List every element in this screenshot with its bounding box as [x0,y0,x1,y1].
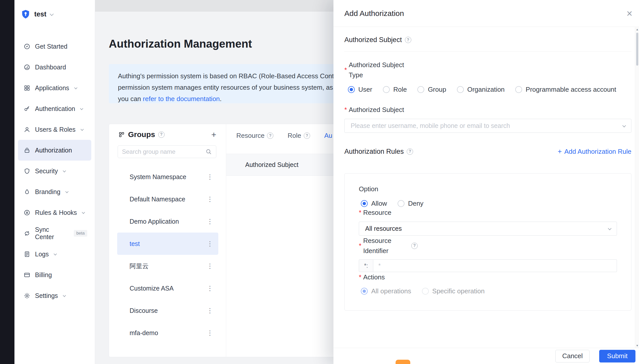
submit-button[interactable]: Submit [599,350,635,362]
chevron-down-icon [80,107,83,110]
group-row-default-namespace[interactable]: Default Namespace ⋮ [117,188,218,210]
chat-launcher-widget[interactable] [396,360,410,364]
sidebar-item-label: Sync Center [35,226,67,241]
radio-all-operations[interactable]: All operations [361,287,411,295]
actions-radio-group: All operations Specific operation [359,287,617,295]
sidebar-item-logs[interactable]: Logs [18,244,91,264]
scroll-down-arrow-icon[interactable]: ▼ [635,343,639,348]
group-row-system-namespace[interactable]: System Namespace ⋮ [117,166,218,188]
help-icon[interactable]: ? [411,243,418,249]
more-actions-icon[interactable]: ⋮ [207,240,213,248]
required-mark: * [344,65,347,75]
add-authorization-rule-button[interactable]: + Add Authorization Rule [558,147,631,156]
radio-programmable-access-account[interactable]: Programmable access account [515,86,616,93]
document-lines-icon [24,251,30,258]
groups-header: Groups ? + [118,130,216,139]
sidebar-item-label: Logs [35,251,49,258]
help-icon[interactable]: ? [158,131,165,138]
radio-deny[interactable]: Deny [398,200,423,207]
more-actions-icon[interactable]: ⋮ [207,218,213,225]
authorized-subject-select[interactable]: Please enter username, mobile phone or e… [344,119,631,133]
scrollbar-thumb[interactable] [636,33,638,66]
tab-resource[interactable]: Resource ? [236,132,273,140]
radio-icon [361,200,368,207]
group-list: System Namespace ⋮ Default Namespace ⋮ D… [109,166,226,344]
identifier-input[interactable] [373,259,617,272]
sidebar-item-authorization[interactable]: Authorization [18,140,91,161]
group-row-mfa-demo[interactable]: mfa-demo ⋮ [117,322,218,344]
page-title: Authorization Management [109,37,252,50]
help-icon[interactable]: ? [407,148,413,155]
documentation-link[interactable]: refer to the documentation [143,95,220,103]
sidebar-item-dashboard[interactable]: Dashboard [18,57,91,78]
sidebar-item-authentication[interactable]: Authentication [18,98,91,119]
close-icon[interactable]: × [627,8,632,18]
radio-allow[interactable]: Allow [361,200,387,207]
sidebar-item-rules-hooks[interactable]: Rules & Hooks [18,202,91,223]
drawer-body: Authorized Subject ? * Authorized Subjec… [333,27,639,348]
group-row-customize-asa[interactable]: Customize ASA ⋮ [117,277,218,299]
scroll-up-arrow-icon[interactable]: ▲ [635,27,639,32]
sidebar-item-label: Get Started [35,43,67,50]
help-icon[interactable]: ? [405,37,411,43]
more-actions-icon[interactable]: ⋮ [207,262,213,270]
required-mark: * [359,272,361,282]
radio-icon [348,86,355,93]
sidebar-item-applications[interactable]: Applications [18,78,91,98]
sidebar-item-users-roles[interactable]: Users & Roles [18,119,91,140]
drawer-scrollbar[interactable]: ▲ ▼ [635,27,639,348]
more-actions-icon[interactable]: ⋮ [207,195,213,203]
workspace-switcher[interactable]: test [21,5,95,23]
sidebar-item-security[interactable]: Security [18,161,91,181]
radio-icon [422,288,429,295]
required-mark: * [359,241,361,251]
chevron-down-icon [80,127,84,131]
radio-specific-operation[interactable]: Specific operation [422,287,485,295]
sidebar-item-label: Applications [35,84,69,92]
sidebar-item-get-started[interactable]: Get Started [18,36,91,57]
radio-organization[interactable]: Organization [457,86,505,93]
more-actions-icon[interactable]: ⋮ [207,307,213,315]
required-mark: * [344,105,347,115]
group-search-input[interactable] [122,148,205,155]
chevron-down-icon [65,190,69,193]
add-group-button[interactable]: + [211,130,216,139]
search-icon[interactable] [205,148,212,155]
authorized-subject-label: * Authorized Subject [344,105,631,115]
resource-label: * Resource [359,207,617,218]
more-actions-icon[interactable]: ⋮ [207,284,213,292]
add-authorization-drawer: Add Authorization × Authorized Subject ?… [333,0,639,364]
sidebar-item-label: Security [35,167,58,175]
resource-select[interactable]: All resources [359,222,617,236]
help-icon[interactable]: ? [304,132,310,139]
subject-type-radio-group: User Role Group Organization Programmabl… [344,86,631,93]
more-actions-icon[interactable]: ⋮ [207,173,213,181]
sidebar-item-billing[interactable]: Billing [18,264,91,285]
more-actions-icon[interactable]: ⋮ [207,329,213,337]
group-row-demo-application[interactable]: Demo Application ⋮ [117,210,218,233]
radio-icon [515,86,522,93]
chevron-down-icon [622,124,626,127]
group-row-aliyun[interactable]: 阿里云 ⋮ [117,255,218,277]
sidebar-item-branding[interactable]: Branding [18,181,91,202]
group-row-test[interactable]: test ⋮ [117,233,218,255]
chevron-down-icon [608,226,611,230]
cancel-button[interactable]: Cancel [555,350,590,362]
help-icon[interactable]: ? [267,132,273,139]
sidebar-item-sync-center[interactable]: Sync Center beta [18,223,91,244]
radio-role[interactable]: Role [383,86,407,93]
option-label: Option [359,185,617,193]
sidebar-item-settings[interactable]: Settings [18,285,91,306]
authorization-rules-header: Authorization Rules ? + Add Authorizatio… [344,147,631,156]
group-row-discourse[interactable]: Discourse ⋮ [117,299,218,322]
section-divider [344,51,631,52]
compass-icon [24,43,30,50]
users-icon [24,126,30,133]
tab-authorized-subject[interactable]: Au [324,132,332,140]
groups-panel: Groups ? + System Namespace ⋮ Default Na… [109,124,226,357]
tab-role[interactable]: Role ? [288,132,310,140]
subject-type-label: * Authorized Subject Type [344,60,631,80]
radio-user[interactable]: User [348,86,372,93]
sidebar-menu: Get Started Dashboard Applications Authe… [14,36,95,306]
radio-group[interactable]: Group [417,86,446,93]
